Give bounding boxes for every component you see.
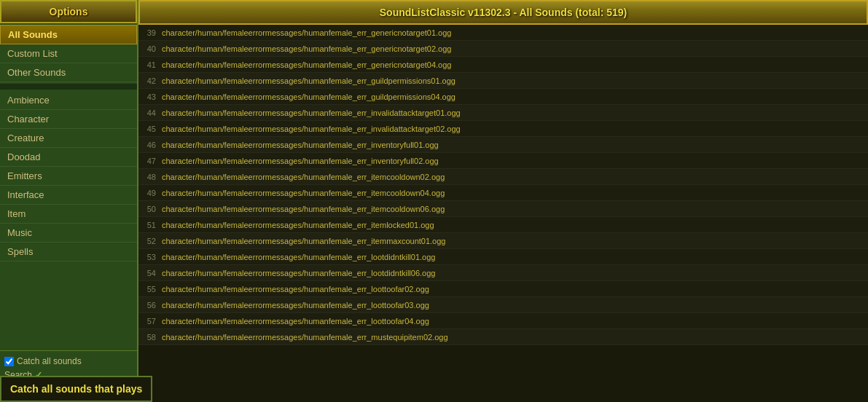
catch-all-row: Catch all sounds xyxy=(4,354,133,368)
row-path: character/human/femaleerrormessages/huma… xyxy=(162,317,429,326)
sound-list-row[interactable]: 55character/human/femaleerrormessages/hu… xyxy=(138,281,868,297)
row-path: character/human/femaleerrormessages/huma… xyxy=(162,237,445,245)
sidebar-header: Options xyxy=(0,0,137,23)
row-path: character/human/femaleerrormessages/huma… xyxy=(162,269,435,277)
sound-list-row[interactable]: 39character/human/femaleerrormessages/hu… xyxy=(138,25,868,41)
sidebar-item-interface[interactable]: Interface xyxy=(0,186,137,205)
sidebar-item-spells[interactable]: Spells xyxy=(0,243,137,261)
row-number: 50 xyxy=(143,205,162,213)
row-path: character/human/femaleerrormessages/huma… xyxy=(162,109,461,117)
row-path: character/human/femaleerrormessages/huma… xyxy=(162,173,445,181)
sidebar-item-doodad[interactable]: Doodad xyxy=(0,148,137,167)
sound-list[interactable]: 39character/human/femaleerrormessages/hu… xyxy=(138,25,868,402)
sound-list-row[interactable]: 58character/human/femaleerrormessages/hu… xyxy=(138,329,868,345)
sound-list-row[interactable]: 51character/human/femaleerrormessages/hu… xyxy=(138,217,868,233)
row-number: 47 xyxy=(143,157,162,165)
sound-list-row[interactable]: 49character/human/femaleerrormessages/hu… xyxy=(138,185,868,201)
sidebar-top-section: All Sounds Custom List Other Sounds xyxy=(0,23,137,84)
sidebar-item-ambience[interactable]: Ambience xyxy=(0,91,137,110)
sound-list-row[interactable]: 43character/human/femaleerrormessages/hu… xyxy=(138,89,868,105)
row-number: 49 xyxy=(143,189,162,197)
row-path: character/human/femaleerrormessages/huma… xyxy=(162,253,435,261)
row-number: 56 xyxy=(143,301,162,310)
sidebar-item-custom-list[interactable]: Custom List xyxy=(0,44,137,63)
row-path: character/human/femaleerrormessages/huma… xyxy=(162,125,461,133)
sound-list-row[interactable]: 44character/human/femaleerrormessages/hu… xyxy=(138,105,868,121)
catch-all-label: Catch all sounds xyxy=(17,356,82,366)
row-number: 39 xyxy=(143,28,162,37)
row-number: 41 xyxy=(143,60,162,69)
sound-list-row[interactable]: 56character/human/femaleerrormessages/hu… xyxy=(138,297,868,313)
main-container: Options All Sounds Custom List Other Sou… xyxy=(0,0,868,402)
row-number: 52 xyxy=(143,237,162,245)
row-number: 45 xyxy=(143,125,162,133)
sidebar-item-item[interactable]: Item xyxy=(0,205,137,224)
sound-list-row[interactable]: 57character/human/femaleerrormessages/hu… xyxy=(138,313,868,329)
row-number: 42 xyxy=(143,76,162,85)
sidebar-item-other-sounds[interactable]: Other Sounds xyxy=(0,63,137,82)
sidebar-item-emitters[interactable]: Emitters xyxy=(0,167,137,186)
sound-list-row[interactable]: 48character/human/femaleerrormessages/hu… xyxy=(138,169,868,185)
sidebar-item-character[interactable]: Character xyxy=(0,110,137,129)
row-path: character/human/femaleerrormessages/huma… xyxy=(162,92,455,101)
row-path: character/human/femaleerrormessages/huma… xyxy=(162,28,451,37)
row-number: 48 xyxy=(143,173,162,181)
sidebar-item-music[interactable]: Music xyxy=(0,224,137,243)
main-header: SoundListClassic v11302.3 - All Sounds (… xyxy=(138,0,868,25)
sidebar-item-all-sounds[interactable]: All Sounds xyxy=(0,25,137,44)
catch-all-checkbox[interactable] xyxy=(4,357,14,366)
sidebar-divider-1 xyxy=(0,84,137,90)
main-content: SoundListClassic v11302.3 - All Sounds (… xyxy=(138,0,868,402)
sound-list-row[interactable]: 45character/human/femaleerrormessages/hu… xyxy=(138,121,868,137)
row-path: character/human/femaleerrormessages/huma… xyxy=(162,221,434,229)
row-number: 53 xyxy=(143,253,162,261)
row-number: 55 xyxy=(143,285,162,293)
row-number: 58 xyxy=(143,333,162,342)
tooltip-bar: Catch all sounds that plays xyxy=(0,376,152,402)
sound-list-row[interactable]: 47character/human/femaleerrormessages/hu… xyxy=(138,153,868,169)
row-path: character/human/femaleerrormessages/huma… xyxy=(162,157,439,165)
row-path: character/human/femaleerrormessages/huma… xyxy=(162,205,445,213)
row-path: character/human/femaleerrormessages/huma… xyxy=(162,44,451,53)
sound-list-row[interactable]: 41character/human/femaleerrormessages/hu… xyxy=(138,57,868,73)
row-path: character/human/femaleerrormessages/huma… xyxy=(162,333,448,342)
row-number: 43 xyxy=(143,92,162,101)
sound-list-row[interactable]: 52character/human/femaleerrormessages/hu… xyxy=(138,233,868,249)
sidebar-categories-section: Ambience Character Creature Doodad Emitt… xyxy=(0,90,137,263)
sidebar: Options All Sounds Custom List Other Sou… xyxy=(0,0,138,402)
row-path: character/human/femaleerrormessages/huma… xyxy=(162,76,455,85)
row-number: 46 xyxy=(143,141,162,149)
row-number: 54 xyxy=(143,269,162,277)
sound-list-row[interactable]: 46character/human/femaleerrormessages/hu… xyxy=(138,137,868,153)
row-path: character/human/femaleerrormessages/huma… xyxy=(162,60,451,69)
row-path: character/human/femaleerrormessages/huma… xyxy=(162,301,429,310)
sidebar-item-creature[interactable]: Creature xyxy=(0,129,137,148)
sound-list-row[interactable]: 50character/human/femaleerrormessages/hu… xyxy=(138,201,868,217)
sound-list-row[interactable]: 42character/human/femaleerrormessages/hu… xyxy=(138,73,868,89)
sound-list-row[interactable]: 53character/human/femaleerrormessages/hu… xyxy=(138,249,868,265)
row-number: 57 xyxy=(143,317,162,326)
row-path: character/human/femaleerrormessages/huma… xyxy=(162,189,445,197)
row-number: 40 xyxy=(143,44,162,53)
sound-list-row[interactable]: 40character/human/femaleerrormessages/hu… xyxy=(138,41,868,57)
row-path: character/human/femaleerrormessages/huma… xyxy=(162,141,439,149)
row-number: 51 xyxy=(143,221,162,229)
row-path: character/human/femaleerrormessages/huma… xyxy=(162,285,429,293)
sound-list-row[interactable]: 54character/human/femaleerrormessages/hu… xyxy=(138,265,868,281)
row-number: 44 xyxy=(143,109,162,117)
